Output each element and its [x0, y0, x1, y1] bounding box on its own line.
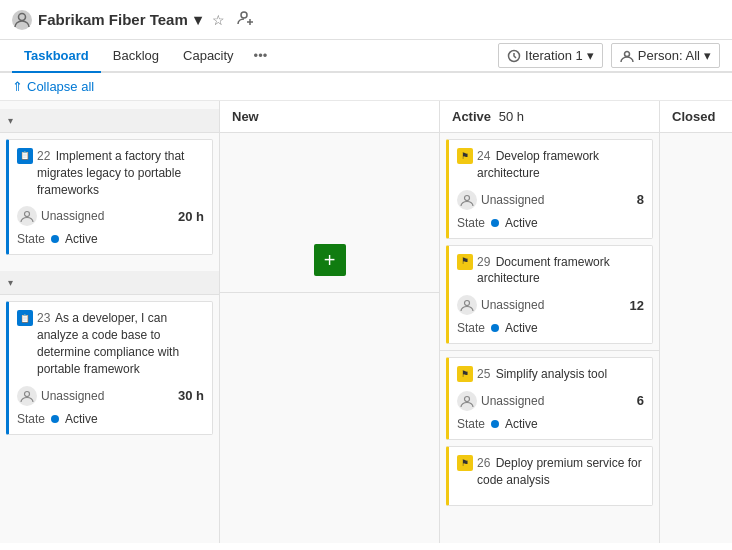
card-22-meta: Unassigned 20 h	[17, 206, 204, 226]
top-bar: Fabrikam Fiber Team ▾ ☆	[0, 0, 732, 40]
card-29-state-dot	[491, 324, 499, 332]
card-24-assignee-label: Unassigned	[481, 193, 544, 207]
user-story-icon-22: 📋	[17, 148, 33, 164]
card-25-title: ⚑ 25 Simplify analysis tool	[457, 366, 644, 383]
col-new: New +	[220, 101, 440, 543]
card-29-assignee: Unassigned	[457, 295, 544, 315]
card-24-state-dot	[491, 219, 499, 227]
card-25-assignee: Unassigned	[457, 391, 544, 411]
col-active-hours: 50 h	[499, 109, 524, 124]
card-22-assignee-label: Unassigned	[41, 209, 104, 223]
iteration-label: Iteration 1	[525, 48, 583, 63]
row-group-header-1[interactable]: ▾	[0, 109, 219, 133]
svg-point-9	[465, 301, 470, 306]
card-29-title: ⚑ 29 Document framework architecture	[457, 254, 644, 288]
favorite-button[interactable]: ☆	[210, 10, 227, 30]
col-active-label: Active	[452, 109, 491, 124]
person-selector[interactable]: Person: All ▾	[611, 43, 720, 68]
card-23-state-value: Active	[65, 412, 98, 426]
card-25-state-dot	[491, 420, 499, 428]
card-23-meta: Unassigned 30 h	[17, 386, 204, 406]
card-29-state: State Active	[457, 321, 644, 335]
card-23-state: State Active	[17, 412, 204, 426]
backlog-card-22[interactable]: 📋 22 Implement a factory that migrates l…	[6, 139, 213, 255]
active-card-25[interactable]: ⚑ 25 Simplify analysis tool Unassigne	[446, 357, 653, 440]
tab-taskboard[interactable]: Taskboard	[12, 40, 101, 73]
row-collapse-icon-1: ▾	[8, 115, 13, 126]
active-card-24[interactable]: ⚑ 24 Develop framework architecture U	[446, 139, 653, 239]
col-closed-header: Closed	[660, 101, 732, 133]
iteration-selector[interactable]: Iteration 1 ▾	[498, 43, 603, 68]
card-23-assignee-label: Unassigned	[41, 389, 104, 403]
nav-right: Iteration 1 ▾ Person: All ▾	[498, 43, 720, 68]
card-22-assignee: Unassigned	[17, 206, 104, 226]
card-29-state-value: Active	[505, 321, 538, 335]
person-chevron: ▾	[704, 48, 711, 63]
col-active-header: Active 50 h	[440, 101, 659, 133]
collapse-all-button[interactable]: ⇑ Collapse all	[12, 79, 94, 94]
task-icon-26: ⚑	[457, 455, 473, 471]
svg-point-8	[465, 195, 470, 200]
active-card-29[interactable]: ⚑ 29 Document framework architecture	[446, 245, 653, 345]
card-25-meta: Unassigned 6	[457, 391, 644, 411]
active-card-26[interactable]: ⚑ 26 Deploy premium service for code ana…	[446, 446, 653, 506]
assignee-avatar-22	[17, 206, 37, 226]
card-22-hours: 20 h	[178, 209, 204, 224]
card-23-state-dot	[51, 415, 59, 423]
card-24-hours: 8	[637, 192, 644, 207]
tab-backlog[interactable]: Backlog	[101, 40, 171, 73]
card-29-hours: 12	[630, 298, 644, 313]
card-25-assignee-label: Unassigned	[481, 394, 544, 408]
board-container: ⇑ Collapse all ▾ 📋 22 Implement a factor…	[0, 73, 732, 543]
card-24-state-value: Active	[505, 216, 538, 230]
card-24-state: State Active	[457, 216, 644, 230]
task-icon-24: ⚑	[457, 148, 473, 164]
row-group-header-2[interactable]: ▾	[0, 271, 219, 295]
card-29-meta: Unassigned 12	[457, 295, 644, 315]
card-22-state: State Active	[17, 232, 204, 246]
svg-point-5	[624, 51, 629, 56]
tab-capacity[interactable]: Capacity	[171, 40, 246, 73]
team-name[interactable]: Fabrikam Fiber Team ▾	[12, 10, 202, 30]
card-23-assignee: Unassigned	[17, 386, 104, 406]
assignee-avatar-25	[457, 391, 477, 411]
collapse-arrows-icon: ⇑	[12, 79, 23, 94]
nav-bar: Taskboard Backlog Capacity ••• Iteration…	[0, 40, 732, 73]
person-label: Person: All	[638, 48, 700, 63]
card-24-assignee: Unassigned	[457, 190, 544, 210]
col-active: Active 50 h ⚑ 24 Develop framework archi…	[440, 101, 660, 543]
row-collapse-icon-2: ▾	[8, 277, 13, 288]
card-25-state: State Active	[457, 417, 644, 431]
team-icon	[12, 10, 32, 30]
card-24-title: ⚑ 24 Develop framework architecture	[457, 148, 644, 182]
top-bar-actions: ☆	[210, 8, 255, 31]
card-22-state-dot	[51, 235, 59, 243]
more-options[interactable]: •••	[246, 40, 276, 71]
card-25-hours: 6	[637, 393, 644, 408]
col-new-header: New	[220, 101, 439, 133]
card-23-title: 📋 23 As a developer, I can analyze a cod…	[17, 310, 204, 377]
collapse-all-label: Collapse all	[27, 79, 94, 94]
chevron-icon: ▾	[194, 11, 202, 29]
board-columns: ▾ 📋 22 Implement a factory that migrates…	[0, 101, 732, 543]
card-22-state-value: Active	[65, 232, 98, 246]
board-toolbar: ⇑ Collapse all	[0, 73, 732, 101]
card-29-assignee-label: Unassigned	[481, 298, 544, 312]
svg-point-10	[465, 396, 470, 401]
svg-point-1	[241, 12, 247, 18]
user-story-icon-23: 📋	[17, 310, 33, 326]
card-25-state-value: Active	[505, 417, 538, 431]
assignee-avatar-29	[457, 295, 477, 315]
backlog-card-23[interactable]: 📋 23 As a developer, I can analyze a cod…	[6, 301, 213, 434]
card-26-title: ⚑ 26 Deploy premium service for code ana…	[457, 455, 644, 489]
card-22-title: 📋 22 Implement a factory that migrates l…	[17, 148, 204, 198]
col-backlog: ▾ 📋 22 Implement a factory that migrates…	[0, 101, 220, 543]
col-closed-label: Closed	[672, 109, 715, 124]
task-icon-25: ⚑	[457, 366, 473, 382]
team-name-label: Fabrikam Fiber Team	[38, 11, 188, 28]
add-member-button[interactable]	[235, 8, 255, 31]
assignee-avatar-23	[17, 386, 37, 406]
svg-point-0	[19, 13, 26, 20]
add-card-new-row1-button[interactable]: +	[314, 244, 346, 276]
svg-point-6	[25, 212, 30, 217]
